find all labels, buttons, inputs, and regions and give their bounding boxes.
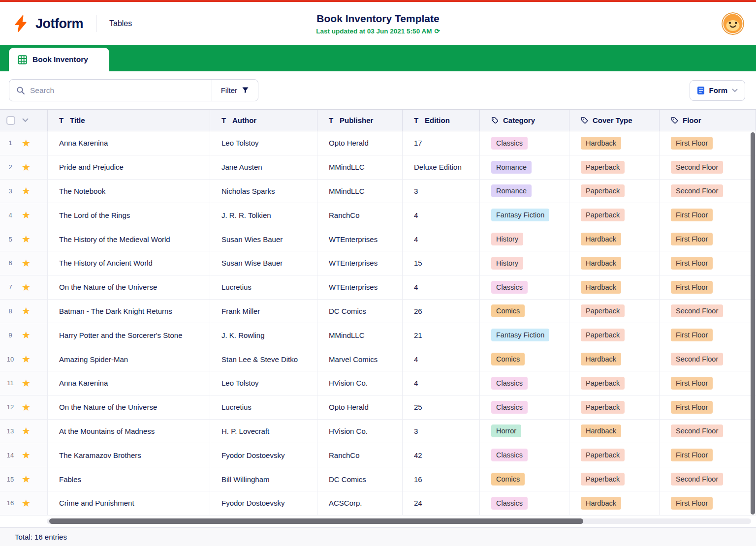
tag-chip[interactable]: Paperback bbox=[581, 161, 625, 174]
tag-chip[interactable]: History bbox=[491, 233, 523, 245]
cell-cover-type[interactable]: Paperback bbox=[569, 323, 660, 347]
table-row[interactable]: 9★Harry Potter and the Sorcerer's StoneJ… bbox=[0, 323, 756, 347]
cell-category[interactable]: Comics bbox=[480, 347, 569, 371]
cell-cover-type[interactable]: Paperback bbox=[569, 203, 660, 227]
star-icon[interactable]: ★ bbox=[22, 210, 31, 220]
column-header-author[interactable]: T Author bbox=[210, 110, 317, 131]
cell-author[interactable]: Lucretius bbox=[210, 395, 317, 419]
cell-category[interactable]: Classics bbox=[480, 491, 569, 515]
cell-cover-type[interactable]: Paperback bbox=[569, 467, 660, 491]
cell-cover-type[interactable]: Hardback bbox=[569, 227, 660, 251]
star-icon[interactable]: ★ bbox=[22, 138, 31, 148]
star-icon[interactable]: ★ bbox=[22, 426, 31, 436]
tag-chip[interactable]: First Floor bbox=[671, 137, 713, 150]
cell-edition[interactable]: 4 bbox=[403, 347, 480, 371]
cell-publisher[interactable]: RanchCo bbox=[317, 443, 403, 467]
cell-publisher[interactable]: MMindLLC bbox=[317, 323, 403, 347]
cell-title[interactable]: Batman - The Dark Knight Returns bbox=[48, 300, 210, 323]
cell-edition[interactable]: 15 bbox=[403, 251, 480, 275]
cell-cover-type[interactable]: Hardback bbox=[569, 491, 660, 515]
cell-author[interactable]: Susan Wies Bauer bbox=[210, 227, 317, 251]
cell-publisher[interactable]: Opto Herald bbox=[317, 395, 403, 419]
cell-edition[interactable]: 21 bbox=[403, 323, 480, 347]
tag-chip[interactable]: Classics bbox=[491, 401, 528, 414]
cell-author[interactable]: Frank Miller bbox=[210, 300, 317, 323]
cell-publisher[interactable]: DC Comics bbox=[317, 467, 403, 491]
tag-chip[interactable]: Romance bbox=[491, 184, 532, 197]
cell-category[interactable]: Romance bbox=[480, 180, 569, 203]
row-select-cell[interactable]: 13★ bbox=[0, 420, 48, 443]
tag-chip[interactable]: Paperback bbox=[581, 329, 625, 341]
cell-edition[interactable]: 4 bbox=[403, 275, 480, 299]
cell-author[interactable]: Leo Tolstoy bbox=[210, 371, 317, 395]
cell-cover-type[interactable]: Paperback bbox=[569, 371, 660, 395]
tag-chip[interactable]: Second Floor bbox=[671, 473, 723, 485]
cell-publisher[interactable]: HVision Co. bbox=[317, 371, 403, 395]
tag-chip[interactable]: Classics bbox=[491, 137, 528, 150]
tag-chip[interactable]: Second Floor bbox=[671, 161, 723, 174]
tag-chip[interactable]: Hardback bbox=[581, 353, 621, 365]
cell-title[interactable]: Crime and Punishment bbox=[48, 491, 210, 515]
cell-floor[interactable]: First Floor bbox=[660, 443, 756, 467]
cell-title[interactable]: On the Nature of the Universe bbox=[48, 275, 210, 299]
cell-title[interactable]: Pride and Prejudice bbox=[48, 155, 210, 179]
row-select-cell[interactable]: 2★ bbox=[0, 155, 48, 179]
cell-category[interactable]: Classics bbox=[480, 395, 569, 419]
cell-edition[interactable]: 3 bbox=[403, 180, 480, 203]
tag-chip[interactable]: First Floor bbox=[671, 209, 713, 221]
tag-chip[interactable]: Fantasy Fiction bbox=[491, 329, 549, 341]
cell-floor[interactable]: First Floor bbox=[660, 251, 756, 275]
tag-chip[interactable]: First Floor bbox=[671, 377, 713, 390]
row-select-cell[interactable]: 8★ bbox=[0, 300, 48, 323]
cell-cover-type[interactable]: Paperback bbox=[569, 300, 660, 323]
cell-title[interactable]: The History of Ancient World bbox=[48, 251, 210, 275]
tag-chip[interactable]: Classics bbox=[491, 281, 528, 294]
cell-edition[interactable]: 4 bbox=[403, 371, 480, 395]
search-box[interactable] bbox=[9, 80, 212, 101]
search-input[interactable] bbox=[30, 86, 205, 95]
cell-author[interactable]: Fyodor Dostoevsky bbox=[210, 491, 317, 515]
tag-chip[interactable]: Hardback bbox=[581, 257, 621, 270]
table-row[interactable]: 3★The NotebookNicholas SparksMMindLLC3Ro… bbox=[0, 180, 756, 204]
cell-author[interactable]: Jane Austen bbox=[210, 155, 317, 179]
filter-button[interactable]: Filter bbox=[212, 80, 258, 101]
cell-floor[interactable]: Second Floor bbox=[660, 420, 756, 443]
star-icon[interactable]: ★ bbox=[22, 498, 31, 508]
cell-cover-type[interactable]: Paperback bbox=[569, 395, 660, 419]
tag-chip[interactable]: Comics bbox=[491, 304, 525, 317]
cell-floor[interactable]: Second Floor bbox=[660, 467, 756, 491]
column-header-edition[interactable]: T Edition bbox=[403, 110, 480, 131]
cell-edition[interactable]: 3 bbox=[403, 420, 480, 443]
brand[interactable]: Jotform bbox=[12, 15, 83, 32]
table-row[interactable]: 16★Crime and PunishmentFyodor Dostoevsky… bbox=[0, 491, 756, 516]
tag-chip[interactable]: Second Floor bbox=[671, 304, 723, 317]
table-row[interactable]: 10★Amazing Spider-ManStan Lee & Steve Di… bbox=[0, 347, 756, 371]
row-select-cell[interactable]: 3★ bbox=[0, 180, 48, 203]
cell-floor[interactable]: First Floor bbox=[660, 395, 756, 419]
tag-chip[interactable]: Comics bbox=[491, 473, 525, 485]
table-row[interactable]: 2★Pride and PrejudiceJane AustenMMindLLC… bbox=[0, 155, 756, 180]
cell-title[interactable]: The Lord of the Rings bbox=[48, 203, 210, 227]
cell-title[interactable]: Amazing Spider-Man bbox=[48, 347, 210, 371]
table-row[interactable]: 7★On the Nature of the UniverseLucretius… bbox=[0, 275, 756, 300]
star-icon[interactable]: ★ bbox=[22, 234, 31, 244]
cell-floor[interactable]: First Floor bbox=[660, 323, 756, 347]
avatar[interactable] bbox=[722, 12, 744, 35]
table-row[interactable]: 6★The History of Ancient WorldSusan Wise… bbox=[0, 251, 756, 275]
star-icon[interactable]: ★ bbox=[22, 354, 31, 364]
cell-category[interactable]: Classics bbox=[480, 131, 569, 155]
cell-cover-type[interactable]: Hardback bbox=[569, 347, 660, 371]
tag-chip[interactable]: First Floor bbox=[671, 449, 713, 461]
cell-publisher[interactable]: RanchCo bbox=[317, 203, 403, 227]
cell-floor[interactable]: First Floor bbox=[660, 203, 756, 227]
tag-chip[interactable]: Paperback bbox=[581, 209, 625, 221]
tag-chip[interactable]: Hardback bbox=[581, 281, 621, 294]
cell-publisher[interactable]: WTEnterprises bbox=[317, 227, 403, 251]
tag-chip[interactable]: Classics bbox=[491, 377, 528, 390]
chevron-down-icon[interactable] bbox=[22, 118, 29, 122]
tag-chip[interactable]: First Floor bbox=[671, 257, 713, 270]
row-select-cell[interactable]: 16★ bbox=[0, 491, 48, 515]
cell-edition[interactable]: 26 bbox=[403, 300, 480, 323]
tag-chip[interactable]: Paperback bbox=[581, 184, 625, 197]
cell-category[interactable]: Romance bbox=[480, 155, 569, 179]
